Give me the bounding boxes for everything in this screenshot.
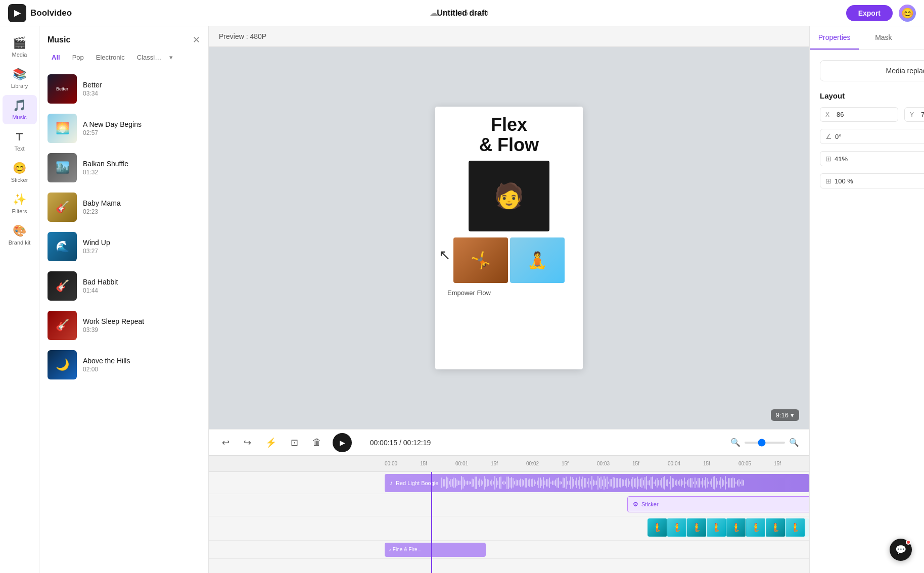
video-frame-thumbnail: 🧜 — [667, 518, 686, 537]
list-item[interactable]: 🌙 Above the Hills 02:00 — [39, 345, 208, 385]
sidebar-item-brand-kit[interactable]: 🎨 Brand kit — [3, 220, 37, 250]
list-item[interactable]: 🏙️ Balkan Shuffle 01:32 — [39, 148, 208, 187]
video-track-bar[interactable]: 🧜 🧜 🧜 🧜 🧜 🧜 🧜 🧜 — [648, 518, 809, 537]
track-name: Bad Habbit — [83, 278, 200, 286]
ruler-mark: 00:05 — [738, 461, 774, 466]
list-item[interactable]: Better Better 03:34 — [39, 69, 208, 109]
export-button[interactable]: Export — [846, 5, 893, 21]
sidebar-item-music[interactable]: 🎵 Music — [3, 95, 37, 124]
properties-content: Media replace Layout ↺ ◇ X 86 — [810, 50, 924, 573]
ruler-mark: 15f — [491, 461, 526, 466]
track-name: Wind Up — [83, 238, 200, 247]
music-panel: Music ✕ All Pop Electronic Classi… ▾ Bet… — [39, 26, 209, 573]
genre-tab-classic[interactable]: Classi… — [133, 52, 165, 63]
track-duration: 01:44 — [83, 287, 200, 294]
track-name: Baby Mama — [83, 199, 200, 207]
list-item[interactable]: 🎸 Work Sleep Repeat 03:39 — [39, 306, 208, 345]
scale-value[interactable]: 41% — [835, 155, 924, 163]
track-thumbnail: 🌊 — [48, 232, 77, 261]
sidebar-item-media[interactable]: 🎬 Media — [3, 32, 37, 62]
x-value[interactable]: 86 — [837, 111, 893, 118]
track-duration: 02:00 — [83, 366, 200, 373]
layout-title: Layout — [820, 91, 845, 100]
time-display: 00:00:15 / 00:12:19 — [360, 439, 441, 447]
scale-field[interactable]: ⊞ 41% — [820, 151, 924, 166]
sticker-gear-icon: ⚙ — [633, 501, 638, 508]
music-track-content[interactable]: ♪ Red Light Boogie — [385, 474, 809, 492]
delete-button[interactable]: 🗑 — [309, 434, 325, 451]
track-info: Better 03:34 — [83, 81, 200, 97]
draft-title[interactable]: Untitled draft — [437, 9, 487, 18]
video-frame-thumbnail: 🧜 — [648, 518, 667, 537]
avatar[interactable]: 😊 — [899, 5, 916, 22]
genre-tab-all[interactable]: All — [48, 52, 64, 63]
sidebar-item-text[interactable]: T Text — [3, 126, 37, 156]
video-frame-thumbnail: 🧜 — [746, 518, 765, 537]
sidebar-label-brand-kit: Brand kit — [9, 240, 30, 246]
sticker-track-label: Sticker — [641, 501, 659, 507]
track-duration: 02:23 — [83, 208, 200, 215]
sidebar-item-filters[interactable]: ✨ Filters — [3, 189, 37, 218]
genre-tab-electronic[interactable]: Electronic — [92, 52, 129, 63]
zoom-in-button[interactable]: 🔍 — [789, 438, 799, 447]
y-field[interactable]: Y 724 — [904, 107, 924, 122]
zoom-out-button[interactable]: 🔍 — [730, 438, 741, 447]
music-track-row: ♪ Red Light Boogie — [209, 472, 809, 494]
sticker-track-bar[interactable]: ⚙ Sticker — [627, 496, 809, 512]
music-track-bar[interactable]: ♪ Red Light Boogie — [385, 474, 809, 492]
icon-sidebar: 🎬 Media 📚 Library 🎵 Music T Text 😊 Stick… — [0, 26, 39, 573]
aspect-ratio-badge[interactable]: 9:16 ▾ — [771, 409, 799, 421]
list-item[interactable]: 🌊 Wind Up 03:27 — [39, 227, 208, 266]
genre-tabs: All Pop Electronic Classi… ▾ — [39, 52, 208, 69]
logo: ▶ Boolvideo — [8, 4, 72, 22]
chat-bubble[interactable]: 💬 — [890, 539, 912, 561]
list-item[interactable]: 🎸 Bad Habbit 01:44 — [39, 266, 208, 306]
redo-button[interactable]: ↪ — [241, 434, 254, 451]
sidebar-item-library[interactable]: 📚 Library — [3, 64, 37, 93]
rotation-value[interactable]: 0° — [835, 133, 924, 140]
ruler-mark: 15f — [632, 461, 668, 466]
sticker-track-row: ⚙ Sticker — [209, 494, 809, 516]
video-grid-image-2: 🧘 — [510, 237, 565, 283]
sidebar-label-music: Music — [12, 114, 27, 120]
play-button[interactable]: ▶ — [333, 433, 352, 452]
video-frame: Flex & Flow 🧑 🤸 🧘 Empower Flow — [435, 107, 583, 369]
media-icon: 🎬 — [13, 36, 26, 50]
track-thumbnail: 🌙 — [48, 350, 77, 379]
music-icon: 🎵 — [13, 99, 26, 112]
track-thumbnail: 🏙️ — [48, 153, 77, 182]
track-thumbnail: 🎸 — [48, 193, 77, 222]
ruler-mark: 15f — [703, 461, 738, 466]
undo-button[interactable]: ↩ — [219, 434, 233, 451]
bottom-track-bar[interactable]: ♪ Fine & Fire... — [385, 543, 486, 557]
filters-icon: ✨ — [13, 193, 26, 206]
split-button[interactable]: ⚡ — [262, 434, 280, 451]
properties-tabs: Properties Mask AI AI Tools — [810, 26, 924, 50]
sidebar-label-media: Media — [12, 52, 27, 58]
opacity-value[interactable]: 100 % — [835, 177, 924, 185]
rotation-field[interactable]: ∠ 0° — [820, 129, 924, 144]
x-field[interactable]: X 86 — [820, 107, 898, 122]
opacity-field[interactable]: ⊞ 100 % — [820, 173, 924, 188]
logo-text: Boolvideo — [30, 8, 72, 18]
sidebar-item-sticker[interactable]: 😊 Sticker — [3, 158, 37, 187]
zoom-slider[interactable] — [745, 442, 785, 444]
video-title: Flex & Flow — [479, 115, 539, 155]
main-layout: 🎬 Media 📚 Library 🎵 Music T Text 😊 Stick… — [0, 26, 924, 573]
track-info: Wind Up 03:27 — [83, 238, 200, 255]
music-list: Better Better 03:34 🌅 A New Day Begins 0… — [39, 69, 208, 573]
layout-header: Layout ↺ ◇ — [820, 91, 924, 100]
tab-mask[interactable]: Mask — [859, 26, 908, 50]
y-value[interactable]: 724 — [921, 111, 924, 118]
genre-more-button[interactable]: ▾ — [169, 54, 173, 61]
crop-button[interactable]: ⊡ — [288, 434, 301, 451]
close-music-panel-button[interactable]: ✕ — [193, 34, 200, 45]
list-item[interactable]: 🎸 Baby Mama 02:23 — [39, 187, 208, 227]
zoom-controls: 🔍 🔍 — [730, 438, 799, 447]
sidebar-label-filters: Filters — [12, 208, 27, 214]
media-replace-button[interactable]: Media replace — [820, 60, 924, 81]
tab-ai[interactable]: AI AI — [908, 26, 925, 50]
tab-properties[interactable]: Properties — [810, 26, 859, 50]
genre-tab-pop[interactable]: Pop — [68, 52, 88, 63]
list-item[interactable]: 🌅 A New Day Begins 02:57 — [39, 109, 208, 148]
